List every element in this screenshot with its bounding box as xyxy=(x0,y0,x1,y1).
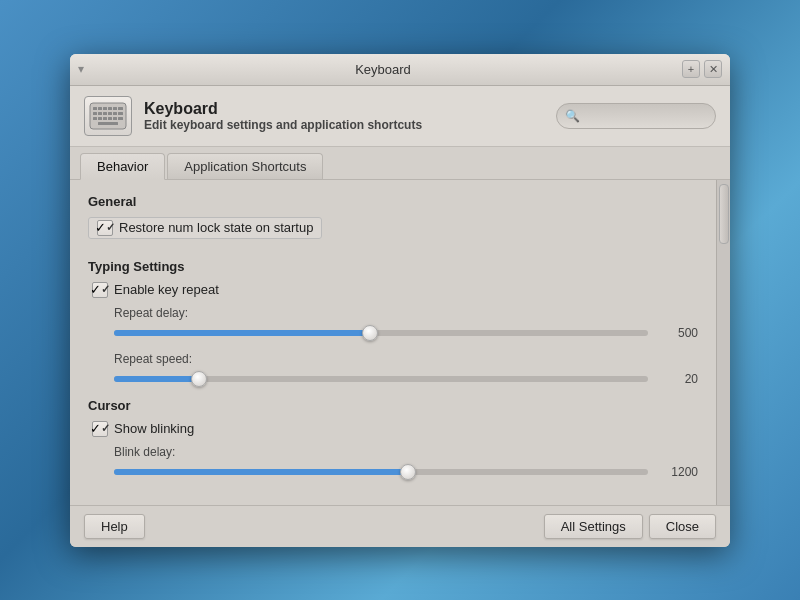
content-area: General ✓ Restore num lock state on star… xyxy=(70,180,730,505)
all-settings-button[interactable]: All Settings xyxy=(544,514,643,539)
blink-delay-value: 1200 xyxy=(658,465,698,479)
svg-rect-0 xyxy=(90,103,126,129)
blink-delay-label: Blink delay: xyxy=(88,445,698,459)
app-subtitle-prefix: Edit keyboard settings and application xyxy=(144,118,367,132)
blink-checkbox[interactable]: ✓ xyxy=(92,421,108,437)
keyboard-window: ▾ Keyboard + ✕ xyxy=(70,54,730,547)
blink-delay-slider-row: 1200 xyxy=(88,465,698,479)
blink-checkmark: ✓ xyxy=(90,421,101,436)
help-button[interactable]: Help xyxy=(84,514,145,539)
search-icon: 🔍 xyxy=(565,109,580,123)
repeat-speed-fill xyxy=(114,376,199,382)
app-icon xyxy=(84,96,132,136)
scrollbar[interactable] xyxy=(716,180,730,505)
svg-rect-11 xyxy=(113,112,117,115)
footer: Help All Settings Close xyxy=(70,505,730,547)
svg-rect-19 xyxy=(98,122,118,125)
window-close-button[interactable]: ✕ xyxy=(704,60,722,78)
app-header-text: Keyboard Edit keyboard settings and appl… xyxy=(144,100,544,132)
general-section: General ✓ Restore num lock state on star… xyxy=(88,194,698,247)
repeat-speed-label: Repeat speed: xyxy=(88,352,698,366)
app-subtitle-bold: shortcuts xyxy=(367,118,422,132)
repeat-delay-thumb[interactable] xyxy=(362,325,378,341)
typing-section-label: Typing Settings xyxy=(88,259,698,274)
svg-rect-17 xyxy=(113,117,117,120)
search-box[interactable]: 🔍 xyxy=(556,103,716,129)
key-repeat-row: ✓ Enable key repeat xyxy=(88,282,698,298)
svg-rect-10 xyxy=(108,112,112,115)
svg-rect-16 xyxy=(108,117,112,120)
svg-rect-2 xyxy=(98,107,102,110)
svg-rect-6 xyxy=(118,107,123,110)
scrollbar-track[interactable] xyxy=(717,180,730,505)
repeat-delay-value: 500 xyxy=(658,326,698,340)
repeat-delay-slider[interactable] xyxy=(114,330,648,336)
svg-rect-8 xyxy=(98,112,102,115)
window-title: Keyboard xyxy=(84,62,682,77)
blink-label: Show blinking xyxy=(114,421,194,436)
numlock-row: ✓ Restore num lock state on startup xyxy=(88,217,322,239)
svg-rect-3 xyxy=(103,107,107,110)
app-header: Keyboard Edit keyboard settings and appl… xyxy=(70,86,730,147)
tabs-bar: Behavior Application Shortcuts xyxy=(70,147,730,180)
cursor-section: Cursor ✓ Show blinking Blink delay: xyxy=(88,398,698,479)
svg-rect-15 xyxy=(103,117,107,120)
repeat-speed-value: 20 xyxy=(658,372,698,386)
app-subtitle: Edit keyboard settings and application s… xyxy=(144,118,544,132)
window-add-button[interactable]: + xyxy=(682,60,700,78)
titlebar: ▾ Keyboard + ✕ xyxy=(70,54,730,86)
svg-rect-5 xyxy=(113,107,117,110)
numlock-checkbox[interactable]: ✓ xyxy=(97,220,113,236)
window-controls: + ✕ xyxy=(682,60,722,78)
svg-rect-7 xyxy=(93,112,97,115)
content-panel: General ✓ Restore num lock state on star… xyxy=(70,180,716,505)
tab-behavior[interactable]: Behavior xyxy=(80,153,165,180)
close-button[interactable]: Close xyxy=(649,514,716,539)
numlock-checkmark: ✓ xyxy=(95,220,106,235)
repeat-delay-fill xyxy=(114,330,370,336)
svg-rect-9 xyxy=(103,112,107,115)
app-title: Keyboard xyxy=(144,100,544,118)
main-content: General ✓ Restore num lock state on star… xyxy=(70,180,716,505)
numlock-label: Restore num lock state on startup xyxy=(119,220,313,235)
repeat-speed-thumb[interactable] xyxy=(191,371,207,387)
tab-application-shortcuts[interactable]: Application Shortcuts xyxy=(167,153,323,179)
repeat-delay-label: Repeat delay: xyxy=(88,306,698,320)
key-repeat-checkbox[interactable]: ✓ xyxy=(92,282,108,298)
svg-rect-4 xyxy=(108,107,112,110)
footer-right: All Settings Close xyxy=(544,514,716,539)
keyboard-icon-svg xyxy=(89,102,127,130)
svg-rect-1 xyxy=(93,107,97,110)
key-repeat-checkmark: ✓ xyxy=(90,282,101,297)
blink-delay-slider[interactable] xyxy=(114,469,648,475)
svg-rect-13 xyxy=(93,117,97,120)
typing-section: Typing Settings ✓ Enable key repeat Repe… xyxy=(88,259,698,386)
blink-delay-thumb[interactable] xyxy=(400,464,416,480)
scrollbar-thumb[interactable] xyxy=(719,184,729,244)
repeat-delay-slider-row: 500 xyxy=(88,326,698,340)
cursor-section-label: Cursor xyxy=(88,398,698,413)
repeat-speed-slider-row: 20 xyxy=(88,372,698,386)
general-section-label: General xyxy=(88,194,698,209)
key-repeat-label: Enable key repeat xyxy=(114,282,219,297)
blink-delay-fill xyxy=(114,469,408,475)
svg-rect-18 xyxy=(118,117,123,120)
blink-row: ✓ Show blinking xyxy=(88,421,698,437)
svg-rect-12 xyxy=(118,112,123,115)
repeat-speed-slider[interactable] xyxy=(114,376,648,382)
svg-rect-14 xyxy=(98,117,102,120)
